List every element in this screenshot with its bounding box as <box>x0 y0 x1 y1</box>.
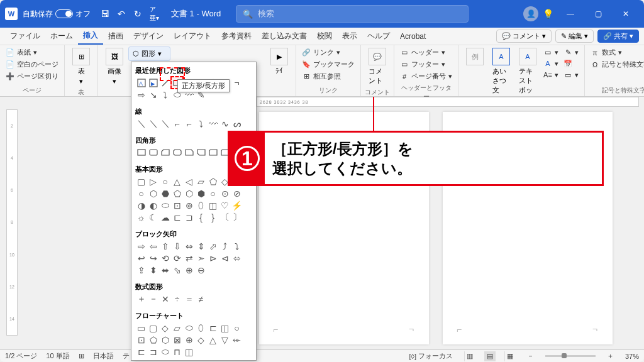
ar-23[interactable]: ⊕ <box>183 264 195 276</box>
fc-19[interactable]: ⊏ <box>135 346 147 358</box>
eq-2[interactable]: － <box>147 293 159 305</box>
ar-10[interactable]: ↩ <box>135 252 147 264</box>
dropcap-button[interactable]: A≡▾ <box>541 69 560 80</box>
fc-16[interactable]: △ <box>207 334 219 346</box>
fc-2[interactable]: ▢ <box>147 322 159 334</box>
rect-2[interactable] <box>147 146 159 158</box>
line-2[interactable]: ＼ <box>147 118 159 129</box>
bs-11[interactable]: ⬡ <box>147 187 159 199</box>
zoom-out-button[interactable]: － <box>525 351 536 361</box>
autosave-toggle[interactable]: 自動保存 オフ <box>23 9 91 19</box>
ar-22[interactable]: ⬂ <box>171 264 183 276</box>
line-7[interactable]: 〰 <box>207 118 219 129</box>
ar-4[interactable]: ⇩ <box>171 240 183 252</box>
bs-13[interactable]: ⬠ <box>171 187 183 199</box>
eq-1[interactable]: ＋ <box>135 293 147 305</box>
line-6[interactable]: ⤵ <box>195 118 207 129</box>
bs-32[interactable]: ⊐ <box>183 211 195 223</box>
shape-connector-1[interactable]: ↘ <box>147 89 159 101</box>
fc-4[interactable]: ▱ <box>171 322 183 334</box>
ar-11[interactable]: ↪ <box>147 252 159 264</box>
read-mode-icon[interactable]: ▥ <box>464 351 475 361</box>
pictures-button[interactable]: 🖼画像▾ <box>102 47 127 95</box>
ar-19[interactable]: ⇪ <box>135 264 147 276</box>
eq-3[interactable]: ✕ <box>159 293 171 305</box>
tab-mailings[interactable]: 差し込み文書 <box>257 28 312 45</box>
bs-22[interactable]: ⊡ <box>171 199 183 211</box>
bs-10[interactable]: ○ <box>135 187 147 199</box>
status-page[interactable]: 1/2 ページ <box>5 351 37 361</box>
ar-7[interactable]: ⬀ <box>207 240 219 252</box>
ar-17[interactable]: ⊲ <box>219 252 231 264</box>
bs-19[interactable]: ◑ <box>135 199 147 211</box>
status-language[interactable]: 日本語 <box>93 351 114 361</box>
tab-draw[interactable]: 描画 <box>103 28 128 45</box>
line-9[interactable]: ᔕ <box>231 118 243 129</box>
tab-help[interactable]: ヘルプ <box>362 28 395 45</box>
ar-1[interactable]: ⇨ <box>135 240 147 252</box>
fc-20[interactable]: ⊐ <box>147 346 159 358</box>
fc-15[interactable]: ◇ <box>195 334 207 346</box>
signature-button[interactable]: ✎▾ <box>562 47 580 58</box>
bs-2[interactable]: ▷ <box>147 175 159 187</box>
fc-6[interactable]: ⬯ <box>195 322 207 334</box>
bs-24[interactable]: ⬯ <box>195 199 207 211</box>
print-layout-icon[interactable]: ▤ <box>484 351 496 361</box>
bs-34[interactable]: } <box>207 211 219 223</box>
window-minimize-button[interactable]: — <box>557 0 584 28</box>
bs-30[interactable]: ☁ <box>159 211 171 223</box>
bs-36[interactable]: 〕 <box>231 211 243 223</box>
bs-14[interactable]: ⬡ <box>183 187 195 199</box>
tab-home[interactable]: ホーム <box>45 28 78 45</box>
new-comment-button[interactable]: 💬コメント <box>365 47 390 87</box>
ar-18[interactable]: ⬄ <box>231 252 243 264</box>
bs-18[interactable]: ⊘ <box>231 187 243 199</box>
share-button[interactable]: 🔗 共有 ▾ <box>597 30 639 43</box>
redo-icon[interactable]: ↻ <box>130 6 146 22</box>
ar-13[interactable]: ⟳ <box>171 252 183 264</box>
zoom-in-button[interactable]: ＋ <box>604 351 616 361</box>
bs-12[interactable]: ⬣ <box>159 187 171 199</box>
fc-10[interactable]: ⊡ <box>135 334 147 346</box>
tab-references[interactable]: 参考資料 <box>216 28 257 45</box>
bs-25[interactable]: ◫ <box>207 199 219 211</box>
fc-14[interactable]: ⊕ <box>183 334 195 346</box>
shape-arrow[interactable]: ⇨ <box>135 89 147 101</box>
status-words[interactable]: 10 単語 <box>46 351 69 361</box>
web-layout-icon[interactable]: ▦ <box>504 351 516 361</box>
table-button[interactable]: ⊞表▾ <box>69 47 94 87</box>
ar-9[interactable]: ⤵ <box>231 240 243 252</box>
ar-5[interactable]: ⇔ <box>183 240 195 252</box>
ar-16[interactable]: ⊳ <box>207 252 219 264</box>
bs-6[interactable]: ▱ <box>195 175 207 187</box>
fc-13[interactable]: ⊠ <box>171 334 183 346</box>
bs-4[interactable]: △ <box>171 175 183 187</box>
fc-3[interactable]: ◇ <box>159 322 171 334</box>
ar-15[interactable]: ➣ <box>195 252 207 264</box>
fc-17[interactable]: ▽ <box>219 334 231 346</box>
bs-27[interactable]: ⚡ <box>231 199 243 211</box>
line-3[interactable]: ＼ <box>159 118 171 129</box>
zoom-slider[interactable] <box>545 355 596 357</box>
fc-18[interactable]: ⬰ <box>231 334 243 346</box>
shape-textbox[interactable]: A <box>135 77 147 89</box>
ar-24[interactable]: ⊖ <box>195 264 207 276</box>
shape-line[interactable] <box>159 77 171 89</box>
bs-1[interactable]: ▢ <box>135 175 147 187</box>
window-close-button[interactable]: ✕ <box>613 0 639 28</box>
rect-6[interactable] <box>195 146 207 158</box>
shape-textbox-v[interactable]: ▶ <box>147 77 159 89</box>
bookmark-button[interactable]: 🔖ブックマーク <box>300 58 357 70</box>
fc-21[interactable]: ⬭ <box>159 346 171 358</box>
status-lang-icon[interactable]: ⊞ <box>79 352 84 360</box>
tab-design[interactable]: デザイン <box>128 28 169 45</box>
fc-5[interactable]: ⬭ <box>183 322 195 334</box>
eq-5[interactable]: ＝ <box>183 293 195 305</box>
blank-page-button[interactable]: 📄空白のページ <box>4 58 60 70</box>
comments-button[interactable]: 💬 コメント ▾ <box>496 30 552 43</box>
pagenum-button[interactable]: #ページ番号 ▾ <box>398 70 454 82</box>
bs-16[interactable]: ○ <box>207 187 219 199</box>
ar-12[interactable]: ⟲ <box>159 252 171 264</box>
eq-4[interactable]: ÷ <box>171 293 183 305</box>
fc-12[interactable]: ⬡ <box>159 334 171 346</box>
